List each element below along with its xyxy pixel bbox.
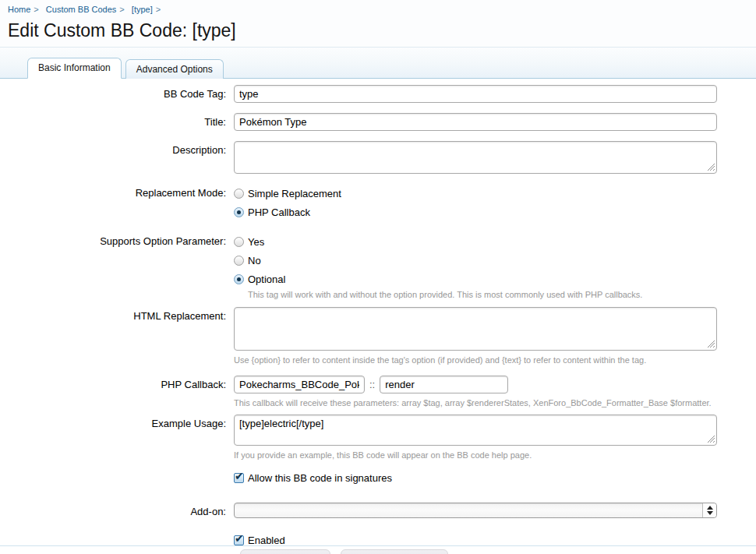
php-callback-method-input[interactable] — [380, 376, 508, 393]
row-title: Title: — [0, 113, 756, 131]
radio-yes[interactable]: Yes — [234, 232, 717, 251]
secondary-button[interactable] — [341, 549, 448, 554]
row-signatures: Allow this BB code in signatures — [0, 468, 756, 487]
addon-select[interactable] — [234, 503, 717, 518]
row-addon: Add-on: — [0, 503, 756, 518]
radio-label: Simple Replacement — [248, 188, 341, 199]
radio-unselected-icon — [234, 256, 244, 266]
row-bb-code-tag: BB Code Tag: — [0, 85, 756, 103]
tab-basic-information[interactable]: Basic Information — [27, 58, 122, 79]
radio-label: Optional — [248, 273, 285, 285]
form-footer — [0, 545, 756, 554]
tab-bar: Basic Information Advanced Options — [0, 47, 756, 79]
row-example-usage: Example Usage: [type]electric[/type] If … — [0, 415, 756, 460]
radio-label: Yes — [248, 236, 264, 248]
addon-select-value — [235, 503, 716, 505]
checkbox-label: Allow this BB code in signatures — [248, 472, 392, 484]
radio-optional[interactable]: Optional — [234, 270, 717, 288]
row-supports-option-parameter: Supports Option Parameter: Yes No Option… — [0, 232, 756, 300]
example-usage-label: Example Usage: — [0, 415, 234, 460]
php-callback-hint: This callback will receive these paramet… — [234, 397, 717, 408]
php-callback-class-input[interactable] — [234, 376, 365, 393]
example-usage-textarea[interactable]: [type]electric[/type] — [234, 415, 717, 446]
bb-code-tag-label: BB Code Tag: — [0, 85, 234, 103]
breadcrumb-separator: > — [119, 5, 124, 14]
row-html-replacement: HTML Replacement: Use {option} to refer … — [0, 307, 756, 365]
radio-no[interactable]: No — [234, 251, 717, 270]
title-label: Title: — [0, 113, 234, 131]
breadcrumb-link-home[interactable]: Home — [8, 5, 30, 14]
checkbox-checked-icon — [234, 535, 244, 545]
html-replacement-textarea[interactable] — [234, 307, 717, 351]
radio-simple-replacement[interactable]: Simple Replacement — [234, 184, 717, 203]
save-button[interactable] — [240, 549, 330, 554]
checkbox-label: Enabled — [248, 535, 285, 546]
html-replacement-hint: Use {option} to refer to content inside … — [234, 355, 717, 365]
tab-advanced-options[interactable]: Advanced Options — [125, 59, 224, 79]
replacement-mode-label: Replacement Mode: — [0, 184, 234, 221]
breadcrumb-link-custom-bb-codes[interactable]: Custom BB Codes — [46, 5, 116, 14]
radio-selected-icon — [234, 207, 244, 217]
title-input[interactable] — [234, 113, 717, 131]
form: BB Code Tag: Title: Description: Replace… — [0, 79, 756, 549]
row-description: Description: — [0, 141, 756, 174]
breadcrumb-link-type[interactable]: [type] — [132, 5, 153, 14]
page-header: Home> Custom BB Codes> [type]> Edit Cust… — [0, 0, 756, 47]
page-title: Edit Custom BB Code: [type] — [8, 17, 748, 47]
supports-option-label: Supports Option Parameter: — [0, 232, 234, 300]
radio-php-callback[interactable]: PHP Callback — [234, 203, 717, 221]
checkbox-checked-icon — [234, 473, 244, 483]
bb-code-tag-input[interactable] — [234, 85, 717, 103]
arrow-up-icon — [707, 506, 713, 510]
arrow-down-icon — [707, 511, 713, 515]
breadcrumb-separator: > — [156, 5, 161, 14]
breadcrumb-separator: > — [34, 5, 38, 14]
double-colon-separator: :: — [365, 379, 380, 390]
description-label: Description: — [0, 141, 234, 174]
row-replacement-mode: Replacement Mode: Simple Replacement PHP… — [0, 184, 756, 221]
row-php-callback: PHP Callback: :: This callback will rece… — [0, 376, 756, 408]
radio-label: PHP Callback — [248, 206, 310, 218]
checkbox-allow-signatures[interactable]: Allow this BB code in signatures — [234, 468, 717, 487]
breadcrumb: Home> Custom BB Codes> [type]> — [8, 3, 748, 17]
supports-option-hint: This tag will work with and without the … — [234, 289, 717, 300]
addon-label: Add-on: — [0, 503, 234, 518]
example-usage-hint: If you provide an example, this BB code … — [234, 450, 717, 460]
description-textarea[interactable] — [234, 141, 717, 174]
radio-label: No — [248, 255, 261, 266]
radio-unselected-icon — [234, 237, 244, 247]
radio-unselected-icon — [234, 189, 244, 199]
select-stepper-icon — [702, 503, 716, 517]
php-callback-label: PHP Callback: — [0, 376, 234, 408]
html-replacement-label: HTML Replacement: — [0, 307, 234, 365]
radio-selected-icon — [234, 274, 244, 284]
